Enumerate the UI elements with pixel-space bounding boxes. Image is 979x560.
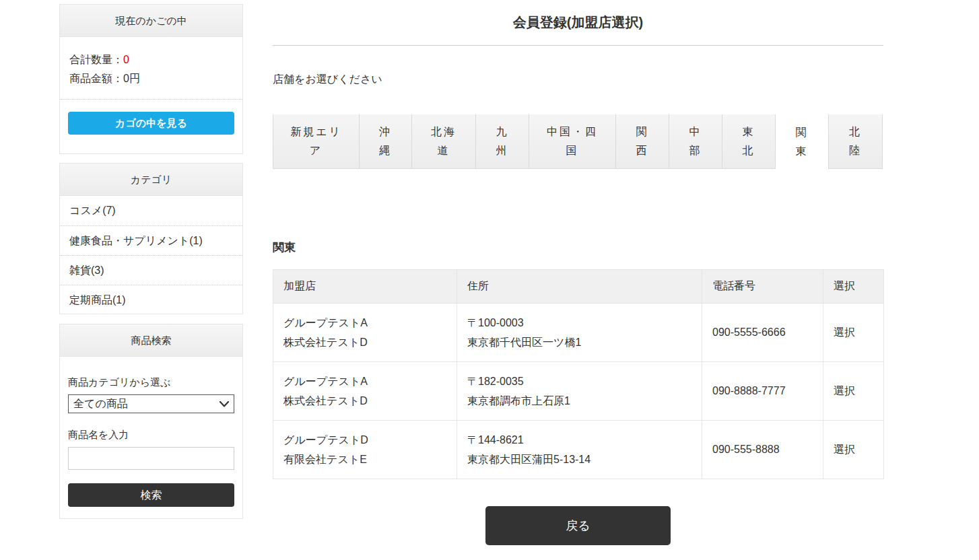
- store-cell: グループテストA 株式会社テストD: [273, 362, 457, 421]
- cart-panel: 現在のかごの中 合計数量：0 商品金額：0円 カゴの中を見る: [59, 4, 243, 154]
- tab-kyushu[interactable]: 九州: [475, 114, 529, 169]
- phone-cell: 090-8888-7777: [702, 362, 823, 421]
- view-cart-button[interactable]: カゴの中を見る: [68, 112, 234, 135]
- store-company-name: 株式会社テストD: [283, 332, 457, 352]
- table-row: グループテストA 株式会社テストD 〒100-0003 東京都千代田区一ツ橋1 …: [273, 304, 884, 362]
- store-cell: グループテストD 有限会社テストE: [273, 421, 457, 479]
- product-name-input[interactable]: [68, 447, 234, 470]
- cart-quantity-line: 合計数量：0: [69, 50, 233, 69]
- postal-code: 〒144-8621: [467, 430, 702, 450]
- col-header-address: 住所: [457, 270, 702, 304]
- category-item-goods[interactable]: 雑貨(3): [60, 255, 242, 285]
- cart-stats: 合計数量：0 商品金額：0円: [60, 37, 242, 99]
- category-select-label: 商品カテゴリから選ぶ: [68, 376, 234, 389]
- product-search-body: 商品カテゴリから選ぶ 全ての商品 商品名を入力 検索: [60, 357, 242, 507]
- category-panel-title: カテゴリ: [60, 164, 242, 196]
- cart-button-wrap: カゴの中を見る: [60, 100, 242, 135]
- tab-tohoku[interactable]: 東北: [722, 114, 775, 169]
- category-panel: カテゴリ コスメ(7) 健康食品・サプリメント(1) 雑貨(3) 定期商品(1): [59, 163, 243, 314]
- address-line: 東京都大田区蒲田5-13-14: [467, 450, 702, 469]
- store-select-instruction: 店舗をお選びください: [273, 73, 382, 87]
- tab-kansai[interactable]: 関西: [615, 114, 669, 169]
- store-group-name: グループテストD: [283, 430, 457, 450]
- product-category-selected-value: 全ての商品: [73, 397, 128, 411]
- title-divider: [273, 45, 883, 46]
- phone-cell: 090-555-8888: [702, 421, 823, 479]
- select-store-link[interactable]: 選択: [834, 385, 855, 396]
- table-row: グループテストA 株式会社テストD 〒182-0035 東京都調布市上石原1 0…: [273, 362, 884, 421]
- product-category-select[interactable]: 全ての商品: [68, 394, 234, 413]
- address-line: 東京都調布市上石原1: [467, 391, 702, 411]
- col-header-select: 選択: [823, 270, 884, 304]
- search-button[interactable]: 検索: [68, 483, 234, 507]
- store-group-name: グループテストA: [283, 372, 457, 391]
- store-cell: グループテストA 株式会社テストD: [273, 304, 457, 362]
- tab-okinawa[interactable]: 沖縄: [359, 114, 411, 169]
- cart-amount-label: 商品金額：: [69, 73, 123, 84]
- postal-code: 〒182-0035: [467, 372, 702, 391]
- tab-kanto[interactable]: 関東: [775, 114, 828, 169]
- phone-cell: 090-5555-6666: [702, 304, 823, 362]
- store-company-name: 株式会社テストD: [283, 391, 457, 411]
- product-search-panel: 商品検索 商品カテゴリから選ぶ 全ての商品 商品名を入力 検索: [59, 324, 243, 519]
- tab-hokkaido[interactable]: 北海道: [411, 114, 475, 169]
- category-item-subscription[interactable]: 定期商品(1): [60, 285, 242, 314]
- category-item-cosmetics[interactable]: コスメ(7): [60, 196, 242, 225]
- tab-chugoku-shikoku[interactable]: 中国・四国: [529, 114, 615, 169]
- store-table: 加盟店 住所 電話番号 選択 グループテストA 株式会社テストD 〒100-00…: [273, 269, 884, 479]
- col-header-phone: 電話番号: [702, 270, 823, 304]
- category-item-health-supplement[interactable]: 健康食品・サプリメント(1): [60, 225, 242, 255]
- region-tabs: 新規エリア 沖縄 北海道 九州 中国・四国 関西 中部 東北 関東 北陸: [273, 114, 883, 169]
- back-button[interactable]: 戻る: [485, 506, 671, 545]
- chevron-down-icon: [220, 398, 229, 410]
- table-header-row: 加盟店 住所 電話番号 選択: [273, 270, 884, 304]
- cart-amount-value: 0円: [123, 73, 140, 84]
- cart-quantity-label: 合計数量：: [69, 54, 123, 65]
- page: 現在のかごの中 合計数量：0 商品金額：0円 カゴの中を見る カテゴリ コスメ(…: [0, 0, 979, 560]
- tab-chubu[interactable]: 中部: [669, 114, 722, 169]
- address-cell: 〒144-8621 東京都大田区蒲田5-13-14: [457, 421, 702, 479]
- address-cell: 〒182-0035 東京都調布市上石原1: [457, 362, 702, 421]
- tab-new-area[interactable]: 新規エリア: [273, 114, 359, 169]
- table-row: グループテストD 有限会社テストE 〒144-8621 東京都大田区蒲田5-13…: [273, 421, 884, 479]
- postal-code: 〒100-0003: [467, 313, 702, 332]
- cart-amount-line: 商品金額：0円: [69, 69, 233, 88]
- cart-panel-title: 現在のかごの中: [60, 5, 242, 37]
- address-line: 東京都千代田区一ツ橋1: [467, 332, 702, 352]
- product-name-label: 商品名を入力: [68, 428, 234, 442]
- store-company-name: 有限会社テストE: [283, 450, 457, 469]
- product-search-title: 商品検索: [60, 324, 242, 357]
- store-group-name: グループテストA: [283, 313, 457, 332]
- page-title: 会員登録(加盟店選択): [273, 13, 883, 32]
- select-store-link[interactable]: 選択: [834, 326, 855, 338]
- cart-quantity-value: 0: [123, 54, 129, 65]
- select-store-link[interactable]: 選択: [834, 444, 855, 455]
- region-heading: 関東: [273, 240, 296, 255]
- col-header-store: 加盟店: [273, 270, 457, 304]
- address-cell: 〒100-0003 東京都千代田区一ツ橋1: [457, 304, 702, 362]
- tab-hokuriku[interactable]: 北陸: [828, 114, 883, 169]
